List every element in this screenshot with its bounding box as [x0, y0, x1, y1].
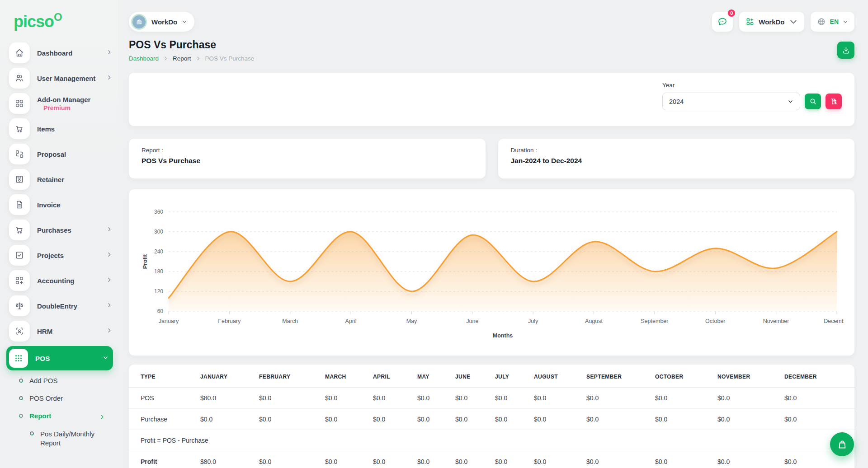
- table-header: TYPEJANUARYFEBRUARYMARCHAPRILMAYJUNEJULY…: [129, 366, 854, 388]
- sidebar-item-projects[interactable]: Projects: [9, 245, 113, 266]
- search-button[interactable]: [805, 94, 821, 109]
- formula-note: Profit = POS - Purchase: [129, 430, 854, 451]
- svg-text:December: December: [824, 318, 844, 324]
- sidebar-item-label: Purchases: [37, 226, 71, 234]
- sidebar-item-label: DoubleEntry: [37, 302, 77, 310]
- breadcrumb-current: POS Vs Purchase: [205, 55, 255, 62]
- sidebar-item-doubleentry[interactable]: DoubleEntry: [9, 295, 113, 316]
- company-switcher[interactable]: WorkDo: [739, 12, 804, 32]
- reset-filter-button[interactable]: [826, 94, 842, 109]
- row-label: POS: [129, 388, 196, 409]
- users-icon: [9, 68, 30, 89]
- pos-cart-fab[interactable]: [830, 432, 854, 456]
- svg-text:February: February: [218, 318, 241, 324]
- chevron-right-icon: [106, 74, 112, 82]
- cell-value: $0.0: [255, 409, 321, 430]
- svg-text:180: 180: [154, 268, 163, 275]
- workspace-avatar: [131, 14, 147, 30]
- sidebar-item-label: POS: [35, 355, 50, 362]
- submenu-item-pos-order[interactable]: POS Order: [19, 394, 113, 402]
- language-selector[interactable]: EN: [811, 12, 854, 32]
- company-name: WorkDo: [759, 18, 784, 26]
- sidebar-item-label: User Management: [37, 75, 95, 82]
- download-button[interactable]: [837, 42, 854, 59]
- table-column-header: FEBRUARY: [255, 366, 321, 388]
- submenu-item-pos-daily-monthly-report[interactable]: Pos Daily/Monthly Report: [19, 430, 109, 448]
- accounting-grid-plus-icon: [9, 270, 30, 291]
- sidebar-item-invoice[interactable]: Invoice: [9, 194, 113, 215]
- header-actions: 0 WorkDo EN: [712, 12, 854, 32]
- table-column-header: DECEMBER: [780, 366, 854, 388]
- svg-text:June: June: [466, 318, 478, 324]
- breadcrumb-dashboard[interactable]: Dashboard: [129, 55, 159, 62]
- sidebar-item-purchases[interactable]: Purchases: [9, 220, 113, 240]
- sidebar-item-add-on-manager[interactable]: Add-on ManagerPremium: [9, 93, 113, 114]
- submenu-item-report[interactable]: Report: [19, 412, 113, 420]
- breadcrumb-report[interactable]: Report: [173, 55, 191, 62]
- chevron-right-icon: [106, 276, 112, 285]
- home-icon: [9, 42, 30, 63]
- top-header: WorkDo 0 WorkDo EN: [129, 12, 854, 32]
- main-content: WorkDo 0 WorkDo EN POS Vs Purchase: [129, 0, 854, 468]
- table-row-purchase: Purchase$0.0$0.0$0.0$0.0$0.0$0.0$0.0$0.0…: [129, 409, 854, 430]
- sidebar-nav: DashboardUser ManagementAdd-on ManagerPr…: [9, 42, 113, 370]
- row-label: Profit: [129, 451, 196, 468]
- year-select[interactable]: 2024: [662, 93, 800, 110]
- cell-value: $0.0: [491, 451, 529, 468]
- sidebar-item-label: Projects: [37, 252, 64, 259]
- workspace-switcher[interactable]: WorkDo: [129, 12, 194, 32]
- svg-text:Profit: Profit: [142, 254, 148, 269]
- duration-value: Jan-2024 to Dec-2024: [511, 157, 842, 165]
- duration-label: Duration :: [511, 147, 842, 154]
- filter-card: Year 2024: [129, 73, 854, 126]
- cell-value: $0.0: [780, 409, 854, 430]
- sidebar-item-user-management[interactable]: User Management: [9, 68, 113, 89]
- retainer-save-icon: [9, 169, 30, 190]
- cell-value: $0.0: [529, 451, 582, 468]
- svg-text:April: April: [345, 318, 357, 324]
- app-logo[interactable]: picsoO: [14, 12, 113, 30]
- sidebar-item-retainer[interactable]: Retainer: [9, 169, 113, 190]
- chevron-down-icon: [789, 17, 798, 26]
- cell-value: $0.0: [713, 388, 780, 409]
- invoice-file-icon: [9, 194, 30, 215]
- pos-submenu: Add POSPOS OrderReportPos Daily/Monthly …: [9, 377, 113, 448]
- sidebar-item-pos-active[interactable]: POS: [6, 346, 113, 370]
- sidebar-item-dashboard[interactable]: Dashboard: [9, 42, 113, 63]
- cell-value: $0.0: [451, 409, 491, 430]
- table-column-header: APRIL: [368, 366, 413, 388]
- download-icon: [842, 46, 850, 55]
- table-column-header: TYPE: [129, 366, 196, 388]
- sidebar-item-accounting[interactable]: Accounting: [9, 270, 113, 291]
- table-row-formula-note: Profit = POS - Purchase: [129, 430, 854, 451]
- profit-area-chart: 36030024018012060JanuaryFebruaryMarchApr…: [140, 196, 844, 345]
- table-row-pos: POS$80.0$0.0$0.0$0.0$0.0$0.0$0.0$0.0$0.0…: [129, 388, 854, 409]
- messages-count-badge: 0: [727, 9, 736, 18]
- table-column-header: MARCH: [321, 366, 368, 388]
- duration-summary-card: Duration : Jan-2024 to Dec-2024: [498, 139, 855, 178]
- chevron-right-icon: [196, 56, 201, 61]
- cell-value: $0.0: [451, 451, 491, 468]
- report-summary-card: Report : POS Vs Purchase: [129, 139, 486, 178]
- cell-value: $0.0: [368, 388, 413, 409]
- pos-dots-grid-icon: [9, 349, 28, 368]
- sidebar-item-hrm[interactable]: HRM: [9, 321, 113, 342]
- report-label: Report :: [142, 147, 473, 154]
- submenu-item-add-pos[interactable]: Add POS: [19, 377, 113, 384]
- sidebar-item-proposal[interactable]: Proposal: [9, 144, 113, 164]
- year-select-value: 2024: [669, 98, 684, 105]
- chevron-right-icon: [106, 302, 112, 310]
- messages-button[interactable]: 0: [712, 12, 733, 32]
- chevron-right-icon: [106, 226, 112, 234]
- table-column-header: JANUARY: [196, 366, 255, 388]
- bullet-ring-icon: [18, 395, 24, 401]
- svg-text:300: 300: [154, 229, 163, 235]
- submenu-item-label: POS Order: [29, 394, 63, 402]
- cell-value: $0.0: [713, 409, 780, 430]
- items-cart-icon: [9, 118, 30, 139]
- table-column-header: NOVEMBER: [713, 366, 780, 388]
- svg-text:August: August: [585, 318, 603, 324]
- cell-value: $0.0: [780, 388, 854, 409]
- sidebar-item-items[interactable]: Items: [9, 118, 113, 139]
- svg-text:60: 60: [157, 308, 164, 314]
